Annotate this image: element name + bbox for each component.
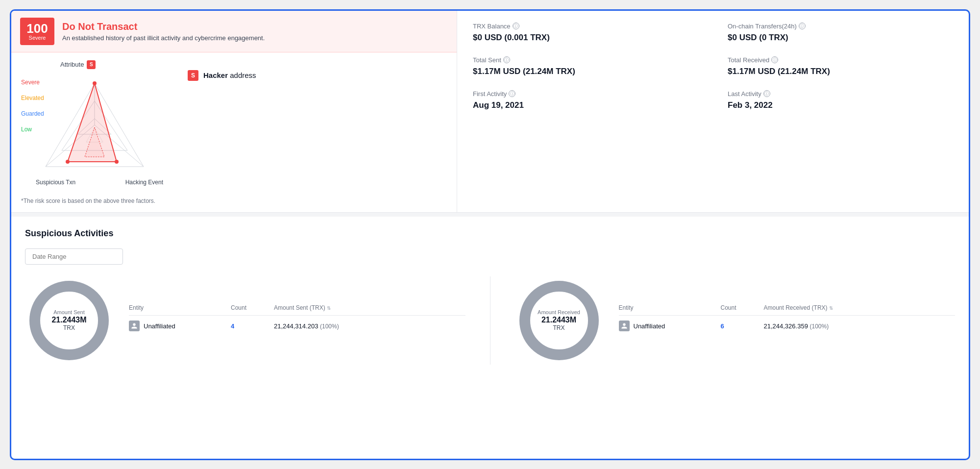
received-donut-label: Amount Received 21.2443M TRX <box>538 309 580 331</box>
entity-text: Hacker address <box>203 71 256 79</box>
sent-amount-cell: 21,244,314.203 (100%) <box>274 322 466 330</box>
stat-first-activity: First Activity ⓘ Aug 19, 2021 <box>473 90 698 110</box>
radar-left-label: Suspicious Txn <box>36 179 75 186</box>
stat-first-activity-value: Aug 19, 2021 <box>473 100 698 110</box>
person-icon-received <box>621 322 628 329</box>
entity-section: S Hacker address <box>178 60 447 186</box>
received-col-entity: Entity <box>619 304 717 311</box>
stat-total-received-value: $1.17M USD (21.24M TRX) <box>728 67 953 76</box>
radar-chart-svg <box>31 71 168 179</box>
received-table-row: Unaffiliated 6 21,244,326.359 (100%) <box>619 316 956 336</box>
stat-last-activity-label: Last Activity <box>728 90 761 98</box>
received-donut-value: 21.2443M <box>538 315 580 324</box>
received-donut-currency: TRX <box>538 324 580 331</box>
suspicious-activities-section: Suspicious Activities Amount Sent 21.244… <box>11 217 969 376</box>
suspicious-activities-title: Suspicious Activities <box>25 228 955 239</box>
entity-badge: S <box>188 70 198 81</box>
received-entity-cell: Unaffiliated <box>619 321 717 331</box>
stat-onchain-value: $0 USD (0 TRX) <box>728 33 953 43</box>
sent-count-link[interactable]: 4 <box>231 322 234 330</box>
sent-amount-value: 21,244,314.203 <box>274 322 318 330</box>
risk-score-box: 100 Severe <box>20 18 54 45</box>
stat-total-received: Total Received ⓘ $1.17M USD (21.24M TRX) <box>728 56 953 76</box>
sort-icon-received: ⇅ <box>829 305 833 311</box>
sort-icon-sent: ⇅ <box>327 305 331 311</box>
sent-entity-cell: Unaffiliated <box>129 321 227 331</box>
sent-donut-title: Amount Sent <box>51 309 86 315</box>
stat-total-received-label: Total Received <box>728 56 769 64</box>
stat-total-sent-value: $1.17M USD (21.24M TRX) <box>473 67 698 76</box>
top-section: 100 Severe Do Not Transact An establishe… <box>11 11 969 213</box>
section-divider <box>11 213 969 217</box>
right-panel: TRX Balance ⓘ $0 USD (0.001 TRX) On-chai… <box>457 11 969 212</box>
received-amount-cell: 21,244,326.359 (100%) <box>764 322 956 330</box>
received-entity-icon <box>619 321 630 331</box>
sent-donut-wrapper: Amount Sent 21.2443M TRX <box>25 276 113 365</box>
sent-table-row: Unaffiliated 4 21,244,314.203 (100%) <box>129 316 466 336</box>
stat-last-activity: Last Activity ⓘ Feb 3, 2022 <box>728 90 953 110</box>
svg-point-10 <box>66 160 70 164</box>
received-col-count: Count <box>721 304 760 311</box>
received-table: Entity Count Amount Received (TRX) ⇅ <box>619 304 956 336</box>
attribute-badge: S <box>87 60 96 69</box>
sent-donut-value: 21.2443M <box>51 315 86 324</box>
info-icon-trx[interactable]: ⓘ <box>513 23 519 29</box>
received-count-link[interactable]: 6 <box>721 322 724 330</box>
info-icon-first-activity[interactable]: ⓘ <box>509 90 515 97</box>
main-container: 100 Severe Do Not Transact An establishe… <box>10 9 970 460</box>
tables-row: Amount Sent 21.2443M TRX Entity Count Am… <box>25 276 955 365</box>
stat-onchain-label: On-chain Transfers(24h) <box>728 23 797 30</box>
legend-severe: Severe <box>21 79 44 86</box>
risk-score-number: 100 <box>26 22 48 35</box>
received-group: Amount Received 21.2443M TRX Entity Coun… <box>515 276 956 365</box>
sent-entity-name: Unaffiliated <box>144 322 175 330</box>
legend-low: Low <box>21 126 44 133</box>
info-icon-onchain[interactable]: ⓘ <box>799 23 806 29</box>
stat-trx-balance-value: $0 USD (0.001 TRX) <box>473 33 698 43</box>
sent-group: Amount Sent 21.2443M TRX Entity Count Am… <box>25 276 466 365</box>
person-icon <box>131 322 138 329</box>
sent-col-entity: Entity <box>129 304 227 311</box>
svg-point-9 <box>93 81 97 85</box>
stat-onchain-transfers: On-chain Transfers(24h) ⓘ $0 USD (0 TRX) <box>728 23 953 43</box>
stat-first-activity-label: First Activity <box>473 90 507 98</box>
sent-amount-percent: (100%) <box>320 323 339 330</box>
risk-description: An established history of past illicit a… <box>62 34 265 42</box>
stat-total-sent: Total Sent ⓘ $1.17M USD (21.24M TRX) <box>473 56 698 76</box>
date-range-input[interactable] <box>25 248 123 265</box>
received-col-amount: Amount Received (TRX) ⇅ <box>764 304 956 311</box>
sent-entity-icon <box>129 321 140 331</box>
info-icon-total-sent[interactable]: ⓘ <box>503 56 510 63</box>
risk-title: Do Not Transact <box>62 21 265 32</box>
sent-donut-label: Amount Sent 21.2443M TRX <box>51 309 86 331</box>
stat-trx-balance: TRX Balance ⓘ $0 USD (0.001 TRX) <box>473 23 698 43</box>
sent-donut-currency: TRX <box>51 324 86 331</box>
sent-table: Entity Count Amount Sent (TRX) ⇅ <box>129 304 466 336</box>
svg-point-11 <box>115 160 119 164</box>
chart-entity-area: Severe Elevated Guarded Low Attribute S <box>11 52 457 194</box>
sent-col-amount: Amount Sent (TRX) ⇅ <box>274 304 466 311</box>
stat-total-sent-label: Total Sent <box>473 56 501 64</box>
received-amount-value: 21,244,326.359 <box>764 322 808 330</box>
stat-last-activity-value: Feb 3, 2022 <box>728 100 953 110</box>
received-amount-percent: (100%) <box>810 323 829 330</box>
entity-item: S Hacker address <box>188 70 437 81</box>
legend-elevated: Elevated <box>21 95 44 101</box>
stat-trx-balance-label: TRX Balance <box>473 23 511 30</box>
risk-header: 100 Severe Do Not Transact An establishe… <box>11 11 457 52</box>
info-icon-last-activity[interactable]: ⓘ <box>763 90 770 97</box>
radar-container: Severe Elevated Guarded Low Attribute S <box>21 60 168 186</box>
received-count-cell: 6 <box>721 322 760 330</box>
received-donut-wrapper: Amount Received 21.2443M TRX <box>515 276 603 365</box>
risk-footnote: *The risk score is based on the above th… <box>11 194 457 212</box>
risk-score-label: Severe <box>29 35 46 41</box>
sent-col-count: Count <box>231 304 270 311</box>
risk-info: Do Not Transact An established history o… <box>62 21 265 42</box>
legend-guarded: Guarded <box>21 110 44 117</box>
received-donut-title: Amount Received <box>538 309 580 315</box>
received-table-header: Entity Count Amount Received (TRX) ⇅ <box>619 304 956 316</box>
vertical-divider <box>490 276 490 365</box>
sent-table-header: Entity Count Amount Sent (TRX) ⇅ <box>129 304 466 316</box>
radar-right-label: Hacking Event <box>125 179 163 186</box>
info-icon-total-received[interactable]: ⓘ <box>771 56 778 63</box>
